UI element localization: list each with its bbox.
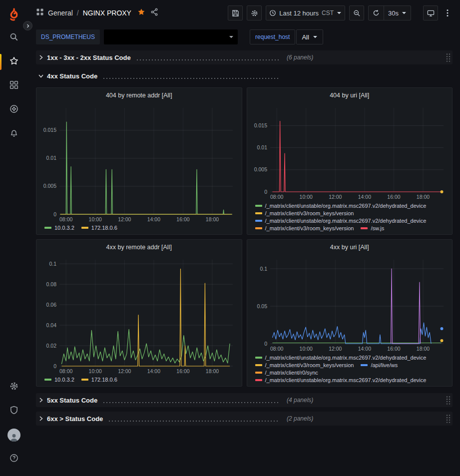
favorite-star-icon[interactable] <box>137 8 145 18</box>
share-icon[interactable] <box>150 8 158 18</box>
svg-text:12:00: 12:00 <box>329 346 342 352</box>
chevron-down-icon <box>313 35 318 39</box>
svg-text:10:00: 10:00 <box>299 194 312 200</box>
sidebar-item-help[interactable] <box>0 447 28 471</box>
legend-item[interactable]: 10.0.3.2 <box>44 225 74 231</box>
sidebar-expand-button[interactable] <box>23 21 32 30</box>
svg-text:0.04: 0.04 <box>46 322 57 328</box>
legend-label: /_matrix/client/v3/room_keys/version <box>265 210 354 216</box>
legend-label: /_matrix/client/r0/sync <box>265 370 318 376</box>
refresh-interval-dropdown[interactable]: 30s <box>384 6 411 20</box>
panel-title[interactable]: 4xx by remote addr [All] <box>36 240 242 255</box>
panel-title[interactable]: 4xx by uri [All] <box>247 240 453 255</box>
svg-text:16:00: 16:00 <box>176 216 189 222</box>
legend-item[interactable]: /_matrix/client/r0/sync <box>255 370 318 376</box>
row-header-6xx[interactable]: 6xx > Status Code (2 panels) <box>36 412 453 426</box>
svg-text:0.02: 0.02 <box>46 343 57 349</box>
legend: 10.0.3.2172.18.0.6 <box>40 375 238 384</box>
time-range-picker[interactable]: Last 12 hours CST <box>266 5 345 20</box>
svg-text:12:00: 12:00 <box>118 216 131 222</box>
row-header-5xx[interactable]: 5xx Status Code (4 panels) <box>36 393 453 407</box>
sidebar-item-dashboards[interactable] <box>0 74 28 98</box>
svg-text:12:00: 12:00 <box>118 368 131 374</box>
chevron-right-icon <box>38 416 44 422</box>
sidebar-item-configuration[interactable] <box>0 375 28 399</box>
row-header-4xx[interactable]: 4xx Status Code <box>36 69 453 83</box>
panel-body: 08:0010:0012:0014:0016:0018:0000.050.1/_… <box>247 255 453 386</box>
legend-item[interactable]: /api/live/ws <box>361 362 398 368</box>
svg-text:0.1: 0.1 <box>49 261 56 267</box>
datasource-variable-label: DS_PROMETHEUS <box>36 29 100 44</box>
dashboard-settings-button[interactable] <box>247 5 262 20</box>
star-icon <box>9 56 18 67</box>
row-title: 6xx > Status Code <box>47 415 103 423</box>
legend-item[interactable]: /_matrix/client/unstable/org.matrix.msc2… <box>255 377 427 383</box>
svg-text:0.01: 0.01 <box>257 144 267 150</box>
sidebar-item-profile[interactable] <box>0 423 28 447</box>
svg-text:16:00: 16:00 <box>176 368 189 374</box>
cycle-view-mode-button[interactable] <box>423 5 438 20</box>
legend-marker <box>255 212 262 214</box>
legend-item[interactable]: /_matrix/client/v3/room_keys/version <box>255 210 354 216</box>
variables-bar: DS_PROMETHEUS request_host All <box>28 26 460 48</box>
kebab-menu-icon[interactable] <box>442 5 453 20</box>
timezone-label: CST <box>322 9 334 16</box>
legend-marker <box>81 227 88 229</box>
panel-title[interactable]: 404 by remote addr [All] <box>36 88 242 103</box>
legend-item[interactable]: /_matrix/client/v3/room_keys/version <box>255 225 354 231</box>
legend-item[interactable]: /_matrix/client/unstable/org.matrix.msc2… <box>255 355 427 361</box>
request-host-variable-select[interactable]: All <box>296 29 323 44</box>
row-drag-handle[interactable] <box>446 53 451 62</box>
svg-text:0.05: 0.05 <box>257 303 267 309</box>
panel-body: 08:0010:0012:0014:0016:0018:0000.020.040… <box>36 255 242 386</box>
row-title: 5xx Status Code <box>47 397 97 404</box>
refresh-button[interactable] <box>369 6 384 20</box>
legend-marker <box>361 227 368 229</box>
legend-item[interactable]: /sw.js <box>361 225 384 231</box>
chart-canvas[interactable]: 08:0010:0012:0014:0016:0018:0000.0050.01… <box>251 103 449 201</box>
legend-marker <box>255 205 262 207</box>
svg-text:12:00: 12:00 <box>329 194 342 200</box>
legend-marker <box>44 227 51 229</box>
legend-item[interactable]: /_matrix/client/v3/room_keys/version <box>255 362 354 368</box>
sidebar-item-alerting[interactable] <box>0 122 28 146</box>
sidebar-item-starred[interactable] <box>0 50 28 74</box>
svg-text:0.005: 0.005 <box>254 166 267 172</box>
legend-label: /_matrix/client/v3/room_keys/version <box>265 225 354 231</box>
dashboard-title[interactable]: NGINX PROXY <box>83 9 131 17</box>
panel-2: 404 by uri [All]08:0010:0012:0014:0016:0… <box>247 87 453 235</box>
chevron-down-icon <box>229 35 234 39</box>
panel-title[interactable]: 404 by uri [All] <box>247 88 453 103</box>
legend-item[interactable]: /_matrix/client/unstable/org.matrix.msc2… <box>255 203 427 209</box>
legend-item[interactable]: 172.18.0.6 <box>81 225 117 231</box>
save-dashboard-button[interactable] <box>228 5 243 20</box>
row-header-1xx-3xx-2xx[interactable]: 1xx - 3xx - 2xx Status Code (6 panels) <box>36 50 453 64</box>
request-host-variable-label: request_host <box>250 29 295 44</box>
top-navigation-bar: General / NGINX PROXY <box>28 0 460 26</box>
time-range-label: Last 12 hours <box>279 9 319 17</box>
svg-text:18:00: 18:00 <box>416 194 429 200</box>
chart-svg: 08:0010:0012:0014:0016:0018:0000.0050.01… <box>40 103 238 223</box>
row-drag-handle[interactable] <box>446 414 451 424</box>
main-area: General / NGINX PROXY <box>28 0 460 476</box>
chart-canvas[interactable]: 08:0010:0012:0014:0016:0018:0000.050.1 <box>251 255 449 353</box>
chevron-down-icon <box>38 73 44 79</box>
svg-text:14:00: 14:00 <box>358 194 371 200</box>
chart-canvas[interactable]: 08:0010:0012:0014:0016:0018:0000.020.040… <box>40 255 238 375</box>
sidebar-item-search[interactable] <box>0 26 28 50</box>
chart-canvas[interactable]: 08:0010:0012:0014:0016:0018:0000.0050.01… <box>40 103 238 223</box>
panel-1: 404 by remote addr [All]08:0010:0012:001… <box>36 87 242 235</box>
zoom-out-button[interactable] <box>349 5 364 20</box>
sidebar-item-explore[interactable] <box>0 98 28 122</box>
legend-item[interactable]: 172.18.0.6 <box>81 377 117 383</box>
sidebar-item-server-admin[interactable] <box>0 399 28 423</box>
row-drag-handle[interactable] <box>446 396 451 405</box>
dashboards-grid-icon <box>9 80 18 91</box>
legend-item[interactable]: /_matrix/client/unstable/org.matrix.msc2… <box>255 218 427 224</box>
dotted-leader <box>136 59 280 61</box>
breadcrumb-section[interactable]: General <box>48 9 73 17</box>
legend-item[interactable]: 10.0.3.2 <box>44 377 74 383</box>
datasource-variable-select[interactable] <box>104 29 238 44</box>
panel-3: 4xx by remote addr [All]08:0010:0012:001… <box>36 239 242 387</box>
svg-text:0: 0 <box>264 341 267 347</box>
